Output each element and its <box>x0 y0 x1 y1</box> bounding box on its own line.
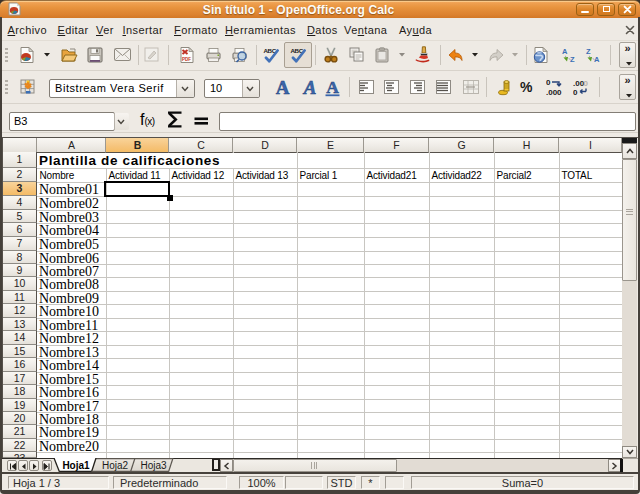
svg-text:0: 0 <box>546 78 551 87</box>
svg-text:0: 0 <box>573 88 578 97</box>
svg-text:A: A <box>326 79 339 97</box>
svg-text:0: 0 <box>584 79 589 88</box>
svg-text:Z: Z <box>570 55 575 63</box>
svg-text:.000: .000 <box>546 88 562 97</box>
svg-text:A: A <box>562 47 568 56</box>
svg-text:A: A <box>594 55 600 63</box>
svg-text:A: A <box>303 79 317 97</box>
svg-text:Z: Z <box>586 47 591 56</box>
svg-text:PDF: PDF <box>182 57 191 62</box>
svg-text:A: A <box>276 79 290 97</box>
